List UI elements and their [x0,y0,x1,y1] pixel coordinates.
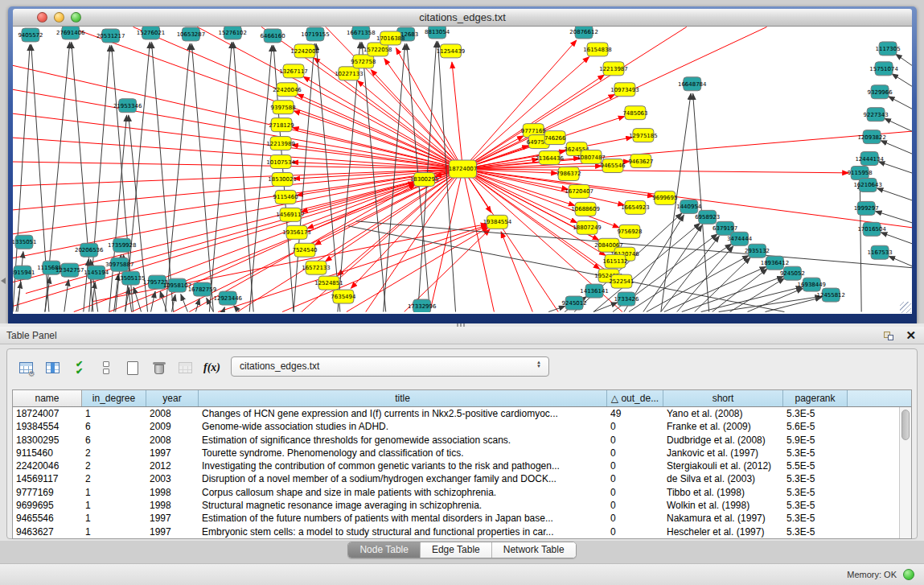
panel-collapse-arrow[interactable] [1,278,6,284]
function-builder-icon[interactable]: f(x) [201,357,223,379]
column-header-short[interactable]: short [663,390,783,406]
table-row[interactable]: 946554611997Estimation of the future num… [13,512,899,525]
table-cell[interactable]: Dudbridge et al. (2008) [663,434,783,447]
table-row[interactable]: 911546021997Tourette syndrome. Phenomeno… [13,447,899,459]
table-cell[interactable]: 0 [607,472,663,485]
table-cell[interactable]: Changes of HCN gene expression and I(f) … [199,407,607,420]
table-cell[interactable]: Tibbo et al. (1998) [663,486,783,499]
table-cell[interactable]: 1997 [146,525,199,538]
row-options-icon[interactable] [95,357,117,379]
table-cell[interactable]: 0 [607,459,663,472]
table-cell[interactable]: 5.3E-5 [783,407,848,420]
table-cell[interactable]: 0 [607,447,663,459]
table-cell[interactable]: 1998 [146,499,199,512]
table-cell[interactable]: 1 [82,499,146,512]
table-cell[interactable]: 6 [82,434,146,447]
window-titlebar[interactable]: citations_edges.txt [13,9,912,27]
column-header-year[interactable]: year [146,390,199,406]
table-cell[interactable]: Franke et al. (2009) [663,420,783,433]
table-cell[interactable]: 1 [82,486,146,499]
column-header-out_de[interactable]: △ out_de... [607,390,663,406]
table-cell[interactable]: Yano et al. (2008) [663,407,783,420]
table-cell[interactable]: 18300295 [13,434,82,447]
table-cell[interactable]: Jankovic et al. (1997) [663,447,783,459]
tab-network-table[interactable]: Network Table [492,542,576,558]
table-cell[interactable]: 5.9E-5 [783,434,848,447]
table-cell[interactable]: 1 [82,512,146,525]
close-window-icon[interactable] [37,12,47,23]
column-settings-icon[interactable]: ⚙ [15,357,37,379]
table-row[interactable]: 1456911722003Disruption of a novel membe… [13,472,899,485]
table-cell[interactable]: Corpus callosum shape and size in male p… [199,486,607,499]
table-cell[interactable]: 1 [82,525,146,538]
zoom-window-icon[interactable] [71,12,81,23]
window-resize-grip[interactable] [900,302,911,313]
table-cell[interactable]: 1998 [146,486,199,499]
new-table-icon[interactable] [121,357,143,379]
network-canvas[interactable]: 9405572276914062053121715276021106532871… [13,27,912,314]
table-cell[interactable]: 1997 [146,447,199,459]
table-cell[interactable]: 9699695 [13,499,82,512]
table-cell[interactable]: Disruption of a novel member of a sodium… [199,472,607,485]
table-cell[interactable]: 2008 [146,407,199,420]
column-header-title[interactable]: title [199,390,607,406]
table-cell[interactable]: Investigating the contribution of common… [199,459,607,472]
table-cell[interactable]: 22420046 [13,459,82,472]
table-cell[interactable]: 2012 [146,459,199,472]
table-cell[interactable]: 6 [82,420,146,433]
table-row[interactable]: 969969511998Structural magnetic resonanc… [13,499,899,512]
column-header-name[interactable]: name [13,390,82,406]
table-cell[interactable]: Estimation of significance thresholds fo… [199,434,607,447]
table-row[interactable]: 1872400712008Changes of HCN gene express… [13,407,899,420]
table-cell[interactable]: 5.5E-5 [783,459,848,472]
table-cell[interactable]: Tourette syndrome. Phenomenology and cla… [199,447,607,459]
table-row[interactable]: 1938455462009Genome-wide association stu… [13,420,899,433]
table-cell[interactable]: 5.3E-5 [783,472,848,485]
tab-node-table[interactable]: Node Table [348,542,421,558]
table-scrollbar[interactable] [899,407,911,538]
table-cell[interactable]: 49 [607,407,663,420]
table-cell[interactable]: 5.3E-5 [783,499,848,512]
table-cell[interactable]: 1 [82,407,146,420]
table-cell[interactable]: de Silva et al. (2003) [663,472,783,485]
table-cell[interactable]: 0 [607,486,663,499]
table-cell[interactable]: 9463627 [13,525,82,538]
table-cell[interactable]: Structural magnetic resonance image aver… [199,499,607,512]
table-row[interactable]: 1830029562008Estimation of significance … [13,434,899,447]
table-cell[interactable]: Nakamura et al. (1997) [663,512,783,525]
table-cell[interactable]: Genome-wide association studies in ADHD. [199,420,607,433]
table-cell[interactable]: 9777169 [13,486,82,499]
minimize-window-icon[interactable] [54,12,64,23]
table-cell[interactable]: Stergiakouli et al. (2012) [663,459,783,472]
table-cell[interactable]: 14569117 [13,472,82,485]
table-cell[interactable]: 9465546 [13,512,82,525]
table-cell[interactable]: 5.3E-5 [783,447,848,459]
table-cell[interactable]: Hescheler et al. (1997) [663,525,783,538]
validate-column-icon[interactable]: ✔✔ [68,357,90,379]
table-cell[interactable]: 1997 [146,512,199,525]
table-cell[interactable]: Estimation of the future numbers of pati… [199,512,607,525]
table-cell[interactable]: 0 [607,434,663,447]
delete-table-icon[interactable] [148,357,170,379]
column-header-in_degree[interactable]: in_degree [82,390,146,406]
table-row[interactable]: 946362711997Embryonic stem cells: a mode… [13,525,899,538]
column-header-pagerank[interactable]: pagerank [783,390,848,406]
table-cell[interactable]: Embryonic stem cells: a model to study s… [199,525,607,538]
table-cell[interactable]: 2 [82,447,146,459]
table-cell[interactable]: 5.3E-5 [783,512,848,525]
table-cell[interactable]: 5.6E-5 [783,420,848,433]
table-cell[interactable]: 0 [607,499,663,512]
table-row[interactable]: 2242004622012Investigating the contribut… [13,459,899,472]
table-cell[interactable]: 0 [607,512,663,525]
table-cell[interactable]: 18724007 [13,407,82,420]
table-selector-dropdown[interactable]: citations_edges.txt ▲▼ [231,356,549,377]
close-panel-icon[interactable]: ✕ [906,329,916,341]
table-scrollbar-thumb[interactable] [901,410,910,440]
table-cell[interactable]: 0 [607,420,663,433]
table-cell[interactable]: 2008 [146,434,199,447]
table-cell[interactable]: 2 [82,472,146,485]
table-cell[interactable]: 2003 [146,472,199,485]
table-cell[interactable]: 0 [607,525,663,538]
table-cell[interactable]: 2 [82,459,146,472]
table-cell[interactable]: 2009 [146,420,199,433]
